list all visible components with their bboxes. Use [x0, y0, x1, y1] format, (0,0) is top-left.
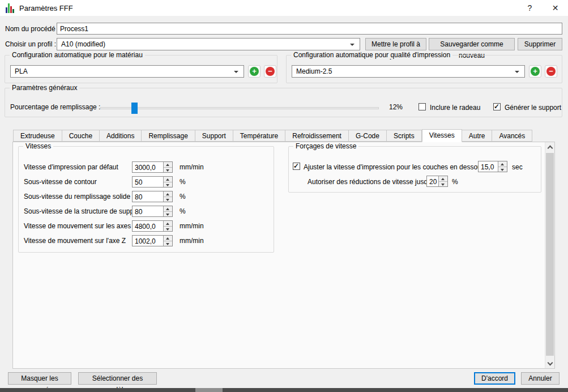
- spin-down-icon[interactable]: [164, 197, 172, 202]
- chevron-down-icon: [547, 360, 553, 365]
- spin-up-icon[interactable]: [164, 162, 172, 168]
- speed-overrides-group: Forçages de vitesse Ajuster la vitesse d…: [288, 146, 541, 193]
- auto-quality-group-title: Configuration automatique pour qualité d…: [291, 51, 452, 59]
- auto-material-group-title: Configuration automatique pour le matéri…: [10, 51, 145, 59]
- tab-couche[interactable]: Couche: [62, 130, 100, 142]
- speed-setting-value: 1002,0: [133, 236, 163, 246]
- spin-down-icon[interactable]: [164, 212, 172, 217]
- quality-select[interactable]: Medium-2.5: [292, 65, 525, 78]
- adjust-speed-spinbox[interactable]: 15,0: [478, 161, 507, 172]
- spin-down-icon[interactable]: [164, 168, 172, 173]
- speed-overrides-title: Forçages de vitesse: [293, 142, 358, 150]
- plus-icon: +: [531, 67, 540, 76]
- speed-setting-row: Vitesse de mouvement sur les axes X/Y480…: [19, 220, 274, 233]
- scroll-up-button[interactable]: [545, 142, 554, 152]
- speed-setting-spinbox[interactable]: 80: [132, 191, 173, 202]
- speed-setting-spinbox[interactable]: 80: [132, 206, 173, 217]
- adjust-speed-checkbox[interactable]: [293, 163, 300, 170]
- adjust-speed-value: 15,0: [479, 161, 498, 172]
- vertical-scrollbar[interactable]: [545, 142, 554, 368]
- spin-up-icon[interactable]: [439, 176, 447, 182]
- process-name-input[interactable]: [57, 23, 562, 35]
- tab-scripts[interactable]: Scripts: [387, 130, 422, 142]
- material-select[interactable]: PLA: [10, 65, 244, 78]
- spin-down-icon[interactable]: [164, 241, 172, 246]
- reduce-speed-unit: %: [452, 178, 458, 186]
- speed-setting-label: Sous-vitesse de la structure de support: [24, 207, 142, 215]
- cancel-button[interactable]: Annuler: [521, 372, 560, 385]
- reduce-speed-value: 20: [427, 176, 438, 186]
- speed-setting-row: Vitesse de mouvement sur l'axe Z1002,0mm…: [19, 235, 274, 248]
- remove-quality-button[interactable]: −: [545, 65, 557, 78]
- tab-support[interactable]: Support: [195, 130, 233, 142]
- screen-edge: [0, 388, 568, 392]
- quality-selected-value: Medium-2.5: [296, 67, 332, 75]
- tab-vitesses[interactable]: Vitesses: [422, 129, 462, 142]
- general-settings-title: Paramètres généraux: [10, 84, 79, 92]
- generate-support-checkbox[interactable]: [493, 103, 501, 110]
- speed-setting-spinbox[interactable]: 50: [132, 176, 173, 188]
- spin-up-icon[interactable]: [164, 221, 172, 227]
- speed-setting-spinbox[interactable]: 3000,0: [132, 161, 173, 173]
- infill-slider-handle[interactable]: [131, 103, 138, 114]
- speed-setting-label: Vitesse de mouvement sur l'axe Z: [24, 237, 126, 245]
- tab-autre[interactable]: Autre: [462, 130, 493, 142]
- spin-up-icon[interactable]: [164, 191, 172, 197]
- generate-support-label: Générer le support: [505, 104, 561, 112]
- add-material-button[interactable]: +: [248, 65, 260, 78]
- speed-setting-unit: %: [180, 178, 186, 186]
- speed-setting-unit: %: [180, 193, 186, 201]
- profile-select[interactable]: A10 (modified): [57, 38, 360, 50]
- remove-material-button[interactable]: −: [264, 65, 276, 78]
- scrollbar-thumb[interactable]: [546, 153, 554, 356]
- tab-refroidissement[interactable]: Refroidissement: [285, 130, 349, 142]
- minus-icon: −: [266, 67, 275, 76]
- tab-avanc-s[interactable]: Avancés: [492, 130, 532, 142]
- delete-profile-button[interactable]: Supprimer: [518, 38, 562, 50]
- save-as-new-button[interactable]: Sauvegarder comme nouveau: [429, 38, 515, 50]
- ok-button[interactable]: D'accord: [474, 372, 515, 385]
- spin-down-icon[interactable]: [498, 167, 507, 172]
- spin-down-icon[interactable]: [439, 182, 447, 187]
- tab-additions[interactable]: Additions: [100, 130, 142, 142]
- close-button[interactable]: ✕: [543, 0, 568, 16]
- spin-up-icon[interactable]: [164, 177, 172, 182]
- speed-setting-unit: mm/min: [180, 237, 204, 245]
- speed-setting-label: Sous-vitesse du remplissage solide: [24, 193, 130, 201]
- speed-setting-row: Vitesse d'impression par défaut3000,0mm/…: [19, 161, 274, 174]
- speed-setting-label: Vitesse d'impression par défaut: [24, 163, 118, 171]
- spin-up-icon[interactable]: [498, 161, 507, 167]
- tab-g-code[interactable]: G-Code: [349, 130, 387, 142]
- help-button[interactable]: ?: [517, 0, 543, 16]
- select-models-button[interactable]: Sélectionner des modèles: [78, 372, 157, 385]
- spin-up-icon[interactable]: [164, 236, 172, 241]
- add-quality-button[interactable]: +: [529, 65, 541, 78]
- speed-setting-unit: %: [180, 207, 186, 215]
- spin-down-icon[interactable]: [164, 182, 172, 188]
- tab-extrudeuse[interactable]: Extrudeuse: [13, 130, 62, 142]
- speed-setting-value: 3000,0: [133, 162, 163, 172]
- tab-remplissage[interactable]: Remplissage: [142, 130, 195, 142]
- update-profile-button[interactable]: Mettre le profil à jour: [365, 38, 426, 50]
- window-title: Paramètres FFF: [19, 4, 73, 12]
- auto-material-group: Configuration automatique pour le matéri…: [5, 55, 277, 83]
- tab-temp-rature[interactable]: Température: [233, 130, 285, 142]
- speed-setting-spinbox[interactable]: 1002,0: [132, 235, 173, 246]
- include-raft-label: Inclure le radeau: [430, 104, 480, 112]
- hide-advanced-button[interactable]: Masquer les avancés: [8, 372, 71, 385]
- speed-setting-row: Sous-vitesse de la structure de support8…: [19, 206, 274, 218]
- reduce-speed-spinbox[interactable]: 20: [426, 176, 448, 187]
- speed-setting-spinbox[interactable]: 4800,0: [132, 220, 173, 232]
- adjust-speed-label: Ajuster la vitesse d'impression pour les…: [304, 163, 485, 171]
- infill-slider[interactable]: [100, 107, 379, 109]
- speed-setting-value: 80: [133, 206, 163, 216]
- profile-label: Choisir un profil :: [5, 40, 56, 48]
- speed-setting-row: Sous-vitesse de contour50%: [19, 176, 274, 189]
- spin-down-icon[interactable]: [164, 227, 172, 232]
- include-raft-checkbox[interactable]: [418, 103, 426, 110]
- spin-up-icon[interactable]: [164, 206, 172, 212]
- speed-setting-row: Sous-vitesse du remplissage solide80%: [19, 191, 274, 203]
- speed-setting-unit: mm/min: [180, 163, 204, 171]
- scroll-down-button[interactable]: [545, 359, 554, 368]
- reduce-speed-label: Autoriser des réductions de vitesse jusq…: [308, 178, 437, 186]
